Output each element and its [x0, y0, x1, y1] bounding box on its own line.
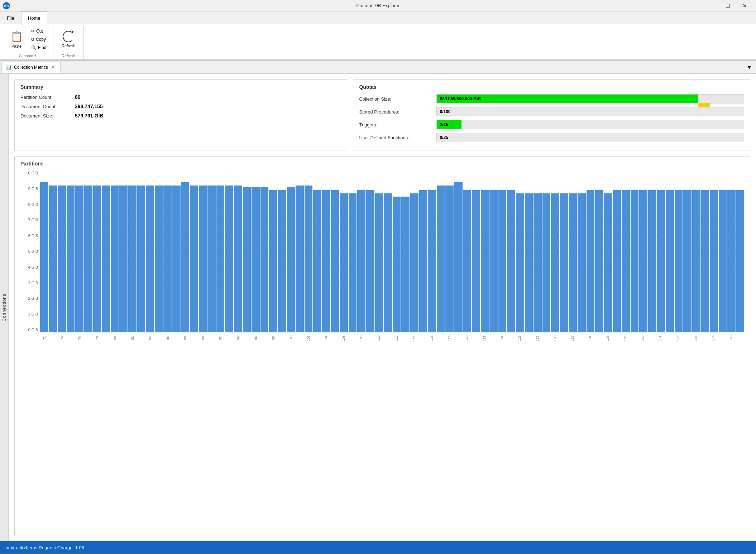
y-label-5: 5 GiB [28, 249, 38, 254]
chart-x-label [172, 333, 181, 343]
refresh-icon [63, 31, 74, 42]
chart-x-label: 82 [128, 333, 137, 343]
tab-bar: 📊 Collection Metrics ✕ ▼ [0, 61, 756, 74]
chart-bar [155, 186, 163, 332]
status-bar: Inextrack>Items Request Charge: 1.05 [0, 541, 756, 554]
chart-x-labels: 7274767880828486889092949698100102104106… [40, 333, 744, 343]
chart-bar [472, 190, 480, 332]
chart-bar [692, 190, 700, 332]
chart-bar [428, 190, 436, 332]
chart-x-label [260, 333, 269, 343]
chart-x-label: 140 [638, 333, 647, 343]
y-label-3: 3 GiB [28, 281, 38, 285]
paste-icon: 📋 [10, 31, 23, 43]
cut-button[interactable]: ✂ Cut [29, 27, 49, 35]
chart-bar [445, 186, 454, 332]
chart-x-label: 122 [480, 333, 489, 343]
status-text: Inextrack>Items Request Charge: 1.05 [4, 545, 84, 550]
chart-bar [683, 190, 692, 332]
title-bar: db Cosmos DB Explorer − ☐ ✕ [0, 0, 756, 11]
document-size-row: Document Size: 579.791 GiB [20, 113, 341, 119]
chart-x-label: 138 [621, 333, 630, 343]
chart-x-label [577, 333, 586, 343]
y-label-0: 0 GiB [28, 328, 38, 332]
chart-x-label: 110 [374, 333, 383, 343]
chart-bar [454, 182, 463, 332]
chart-bar [243, 187, 251, 332]
triggers-value: 2/25 [440, 122, 448, 127]
chart-area: 10 GiB 9 GiB 8 GiB 7 GiB 6 GiB 5 GiB 4 G… [20, 171, 744, 343]
chart-bar [93, 186, 101, 332]
chart-x-label [454, 333, 463, 343]
find-button[interactable]: 🔍 Find [29, 44, 49, 52]
chart-bar [172, 186, 181, 332]
paste-button[interactable]: 📋 Paste [6, 27, 27, 52]
document-count-value: 398,747,155 [75, 103, 103, 109]
partitions-section: Partitions 10 GiB 9 GiB 8 GiB 7 GiB 6 Gi… [14, 156, 750, 535]
tab-label: Collection Metrics [14, 65, 48, 70]
close-button[interactable]: ✕ [737, 0, 753, 11]
partition-count-value: 80 [75, 94, 81, 100]
chart-x-label [559, 333, 568, 343]
connections-sidebar[interactable]: Connections [0, 74, 9, 541]
tab-close-button[interactable]: ✕ [50, 64, 56, 70]
chart-x-label: 78 [93, 333, 102, 343]
chart-x-label [84, 333, 93, 343]
chart-x-label [735, 333, 744, 343]
chart-x-label [718, 333, 727, 343]
chart-x-label [683, 333, 692, 343]
document-size-label: Document Size: [20, 113, 71, 119]
chart-x-label: 116 [427, 333, 436, 343]
chart-bar [322, 190, 330, 332]
chart-bars [40, 171, 744, 332]
refresh-button[interactable]: Refresh [58, 27, 79, 52]
chart-bar [604, 193, 612, 332]
chart-x-label: 144 [674, 333, 683, 343]
chart-bar [58, 186, 66, 332]
stored-procedures-value: 0/100 [440, 109, 450, 114]
refresh-group-label: Refresh [62, 54, 76, 59]
y-label-2: 2 GiB [28, 296, 38, 300]
maximize-button[interactable]: ☐ [719, 0, 736, 11]
chart-x-label [243, 333, 252, 343]
ribbon-content: 📋 Paste ✂ Cut ⧉ Copy [0, 24, 756, 60]
tab-dropdown-button[interactable]: ▼ [744, 63, 755, 72]
tab-file[interactable]: File [0, 11, 21, 24]
udf-row: User Defined Functions: 0/25 [359, 133, 744, 142]
chart-bar [393, 197, 401, 332]
chart-x-label: 72 [40, 333, 49, 343]
collection-size-label: Collection Size: [359, 96, 431, 102]
chart-x-label [313, 333, 322, 343]
chart-x-label [137, 333, 146, 343]
collection-size-value: 680.059/800.000 GiB [440, 96, 481, 101]
minimize-button[interactable]: − [702, 0, 719, 11]
chart-bar [710, 190, 718, 332]
chart-x-label: 74 [58, 333, 67, 343]
chart-bar [102, 186, 110, 332]
chart-bar [199, 186, 207, 332]
chart-bar [657, 190, 665, 332]
chart-x-label [524, 333, 533, 343]
chart-x-label: 92 [216, 333, 225, 343]
chart-bar [410, 193, 418, 332]
chart-bar [128, 186, 137, 332]
chart-y-axis: 10 GiB 9 GiB 8 GiB 7 GiB 6 GiB 5 GiB 4 G… [20, 171, 40, 332]
tabs-and-content: 📊 Collection Metrics ✕ ▼ Connections Sum… [0, 61, 756, 541]
chart-x-axis: 7274767880828486889092949698100102104106… [40, 333, 744, 343]
tab-home[interactable]: Home [21, 11, 47, 25]
chart-bar [40, 182, 48, 332]
ribbon-group-refresh: Refresh Refresh [53, 26, 84, 59]
chart-bar [269, 190, 277, 332]
chart-bar [119, 186, 128, 332]
chart-x-label [542, 333, 551, 343]
chart-x-label [295, 333, 304, 343]
triggers-row: Triggers: 2/25 [359, 120, 744, 129]
tab-collection-metrics[interactable]: 📊 Collection Metrics ✕ [1, 62, 61, 73]
chart-x-label: 90 [198, 333, 207, 343]
chart-bar [675, 190, 683, 332]
chart-x-label: 120 [463, 333, 472, 343]
stored-procedures-label: Stored Procedures: [359, 109, 431, 115]
chart-bar [384, 193, 392, 332]
copy-button[interactable]: ⧉ Copy [29, 35, 49, 43]
chart-bar [401, 197, 410, 332]
